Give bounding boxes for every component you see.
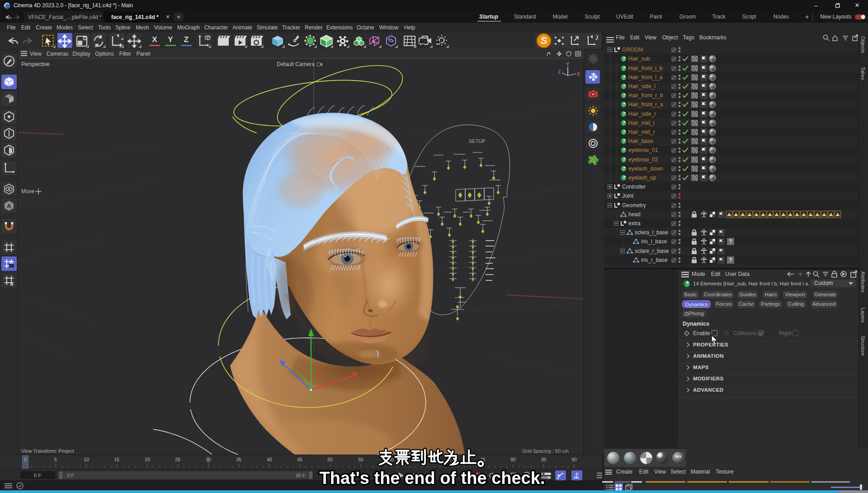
svg-text:A: A [7, 203, 11, 209]
svg-text:X: X [577, 71, 580, 76]
svg-text:A: A [10, 281, 14, 286]
svg-text:ST: ST [419, 42, 424, 46]
svg-text:Z: Z [558, 69, 561, 75]
svg-text:That's the end of the check.: That's the end of the check. [320, 469, 545, 488]
svg-text:ST: ST [436, 42, 440, 46]
svg-text:SETUP: SETUP [469, 138, 486, 144]
svg-text:S: S [541, 35, 547, 46]
svg-text:Y: Y [566, 62, 570, 67]
